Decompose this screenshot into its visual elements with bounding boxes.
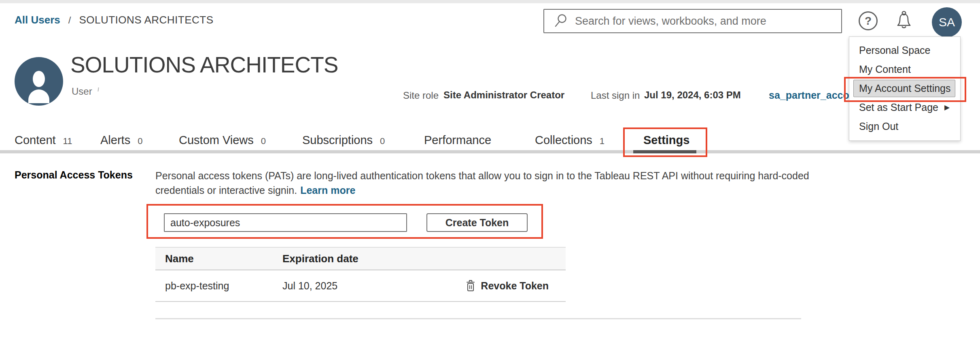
token-table: Name Expiration date pb-exp-testing Jul … [155, 247, 566, 302]
section-divider [155, 318, 801, 319]
tick-mark [98, 87, 99, 91]
menu-item-my-content[interactable]: My Content [849, 60, 960, 79]
breadcrumb: All Users / SOLUTIONS ARCHITECTS [15, 14, 214, 26]
personal-access-tokens-heading: Personal Access Tokens [15, 169, 133, 181]
top-edge-strip [0, 0, 980, 3]
column-expiration: Expiration date [282, 253, 549, 265]
tab-collections[interactable]: Collections 1 [535, 134, 605, 147]
search-icon [553, 13, 568, 29]
annotation-box-my-account-settings [844, 77, 966, 102]
revoke-token-label: Revoke Token [481, 280, 549, 292]
page-title: SOLUTIONS ARCHITECTS [70, 52, 338, 78]
annotation-box-create-token [146, 204, 543, 239]
pat-description: Personal access tokens (PATs) are long-l… [155, 168, 809, 197]
breadcrumb-all-users-link[interactable]: All Users [15, 14, 60, 26]
menu-item-sign-out[interactable]: Sign Out [849, 117, 960, 136]
tab-subscriptions[interactable]: Subscriptions 0 [302, 134, 385, 147]
help-icon[interactable]: ? [859, 11, 878, 30]
tab-content[interactable]: Content 11 [15, 134, 72, 147]
search-input[interactable] [575, 15, 841, 28]
user-avatar-button[interactable]: SA [932, 7, 962, 37]
learn-more-link[interactable]: Learn more [300, 185, 355, 196]
tab-alerts[interactable]: Alerts 0 [100, 134, 142, 147]
user-type-label: User [72, 86, 99, 97]
last-sign-in-label: Last sign in [591, 90, 640, 101]
site-role-label: Site role [403, 90, 439, 101]
token-table-row: pb-exp-testing Jul 10, 2025 Revoke Token [155, 270, 566, 302]
annotation-box-settings-tab [623, 127, 707, 157]
breadcrumb-separator: / [68, 15, 71, 26]
tabs-divider [0, 150, 980, 153]
help-glyph: ? [865, 15, 872, 28]
username-link[interactable]: sa_partner_accou [769, 89, 855, 101]
tab-custom-views[interactable]: Custom Views 0 [179, 134, 266, 147]
profile-avatar [15, 57, 63, 106]
trash-icon [465, 279, 476, 292]
notifications-bell-icon[interactable] [893, 9, 915, 33]
revoke-token-button[interactable]: Revoke Token [465, 279, 549, 292]
breadcrumb-current: SOLUTIONS ARCHITECTS [79, 14, 213, 26]
last-sign-in-value: Jul 19, 2024, 6:03 PM [644, 89, 741, 101]
submenu-arrow-icon: ▶ [944, 103, 950, 112]
person-icon [33, 71, 45, 87]
tableau-user-settings-page: All Users / SOLUTIONS ARCHITECTS ? SA SO… [0, 0, 980, 344]
tab-performance[interactable]: Performance [424, 134, 491, 147]
search-bar[interactable] [543, 9, 842, 33]
column-name: Name [165, 253, 282, 265]
token-expiration: Jul 10, 2025 [282, 280, 465, 292]
token-name: pb-exp-testing [165, 280, 282, 292]
menu-item-personal-space[interactable]: Personal Space [849, 41, 960, 60]
avatar-initials: SA [939, 15, 955, 29]
site-role-value: Site Administrator Creator [443, 89, 564, 101]
token-table-header: Name Expiration date [155, 247, 566, 270]
